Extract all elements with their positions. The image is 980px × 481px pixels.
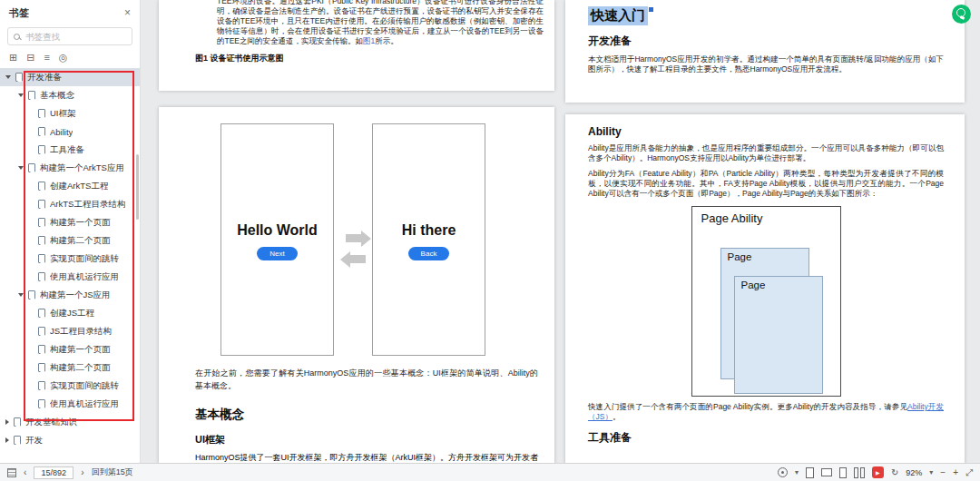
bookmark-label: 工具准备 [50,144,84,156]
sidebar-item-js-structure[interactable]: JS工程目录结构 [0,322,140,340]
eye-protection-caret-icon[interactable]: ▾ [795,469,799,476]
bookmark-label: 基本概念 [40,90,74,102]
zoom-caret-icon[interactable]: ▾ [929,469,933,476]
eye-protection-icon[interactable] [778,467,788,477]
bookmark-icon [38,345,45,354]
sidebar-item-tool-prep[interactable]: 工具准备 [0,141,140,159]
sidebar-item-dev[interactable]: 开发 [0,431,140,449]
sidebar-item-create-arkts[interactable]: 创建ArkTS工程 [0,177,140,195]
bookmark-tree: 开发准备 基本概念 UI框架 Ability 工具准备 构建第一个ArkTS应用… [0,68,140,449]
page-number-input[interactable] [34,466,74,479]
zoom-out-icon[interactable]: − [940,468,946,477]
delete-bookmark-icon[interactable]: ⊟ [26,52,34,64]
bookmark-label: 使用真机运行应用 [50,398,119,410]
fit-page-icon[interactable] [806,467,814,478]
sidebar-item-page-jump[interactable]: 实现页面间的跳转 [0,250,140,268]
sidebar-item-ui-framework[interactable]: UI框架 [0,104,140,123]
prev-page-icon[interactable]: ‹ [24,468,26,477]
bookmark-label: 构建第二个页面 [50,362,111,374]
sidebar-item-arkts-app[interactable]: 构建第一个ArkTS应用 [0,159,140,177]
figure-link[interactable]: 图1 [363,36,375,45]
bookmarks-panel: 书签 × ⊞ ⊟ ≡ ◎ 开发准备 基本概念 UI框架 Ability 工具准备… [0,0,141,463]
bookmark-label: 构建第一个JS应用 [40,290,111,301]
sidebar-item-first-page[interactable]: 构建第一个页面 [0,213,140,231]
sidebar-item-js-page-jump[interactable]: 实现页面间的跳转 [0,377,140,395]
caret-right-icon[interactable] [5,437,9,443]
next-page-icon[interactable]: › [81,468,83,477]
bookmark-label: 构建第一个ArkTS应用 [40,162,124,174]
back-button: Back [408,247,450,260]
back-to-page-button[interactable]: 回到第15页 [92,466,133,478]
sidebar-item-second-page[interactable]: 构建第二个页面 [0,231,140,250]
sidebar-scrollbar[interactable] [136,154,139,220]
bookmark-icon [38,109,45,118]
navigation-arrows [334,234,372,356]
bookmark-label: 实现页面间的跳转 [50,380,119,392]
body-text: 快速入门提供了一个含有两个页面的Page Ability实例。更多Ability… [588,402,907,411]
paragraph: 快速入门提供了一个含有两个页面的Page Ability实例。更多Ability… [588,402,944,422]
thumbnail-panel-icon[interactable] [7,468,16,477]
bookmark-label: Ability [50,127,73,137]
bookmark-search[interactable] [7,27,132,45]
sidebar-item-basic-concepts[interactable]: 基本概念 [0,86,140,104]
assistant-floating-button[interactable] [952,5,971,24]
section-heading: Ability [588,125,944,138]
bookmark-label: 构建第一个页面 [50,217,111,229]
diagram-page-box-2: Page [734,276,823,394]
bookmark-icon [38,399,45,408]
sidebar-item-dev-basics[interactable]: 开发基础知识 [0,413,140,431]
fullscreen-icon[interactable]: ⤢ [965,468,973,477]
sidebar-item-create-js[interactable]: 创建JS工程 [0,304,140,322]
selection-handle[interactable] [649,7,653,12]
bookmark-icon [38,363,45,372]
sidebar-item-dev-prep[interactable]: 开发准备 [0,68,140,86]
locate-bookmark-icon[interactable]: ◎ [59,52,68,64]
bookmark-icon [38,218,45,227]
caret-down-icon[interactable] [18,93,24,97]
diagram-page-label: Page [728,251,752,262]
sidebar-item-run-device[interactable]: 使用真机运行应用 [0,268,140,286]
sidebar-item-ability[interactable]: Ability [0,123,140,141]
expand-all-icon[interactable]: ≡ [44,52,49,64]
sidebar-item-js-run-device[interactable]: 使用真机运行应用 [0,395,140,413]
rotate-page-icon[interactable]: ↻ [891,468,898,477]
bookmark-label: ArkTS工程目录结构 [50,199,125,211]
zoom-level[interactable]: 92% [906,468,922,477]
caret-right-icon[interactable] [5,419,9,425]
sidebar-item-js-first-page[interactable]: 构建第一个页面 [0,340,140,358]
bookmark-label: 创建JS工程 [50,308,94,319]
page-16-right: Ability Ability是应用所具备能力的抽象，也是应用程序的重要组成部分… [565,114,965,463]
sidebar-item-arkts-structure[interactable]: ArkTS工程目录结构 [0,195,140,213]
arrow-left-icon [350,255,366,263]
bookmark-icon [38,254,45,263]
fit-width-icon[interactable] [821,468,832,476]
bookmark-label: 构建第一个页面 [50,344,111,356]
bookmark-label: 开发准备 [27,72,62,83]
section-heading: 工具准备 [588,430,944,446]
caret-down-icon[interactable] [18,293,24,297]
sidebar-item-js-app[interactable]: 构建第一个JS应用 [0,286,140,304]
bookmark-label: 创建ArkTS工程 [50,181,108,192]
read-mode-icon[interactable]: ▶ [872,466,884,478]
bookmark-icon [28,163,35,172]
sidebar-item-js-second-page[interactable]: 构建第二个页面 [0,358,140,377]
arrow-right-icon [346,234,361,242]
bookmark-icon [38,236,45,245]
add-bookmark-icon[interactable]: ⊞ [9,52,17,64]
close-icon[interactable]: × [124,7,131,18]
bookmark-icon [15,73,23,82]
zoom-in-icon[interactable]: + [953,468,958,477]
two-page-view-icon[interactable] [854,467,865,478]
page-16-left: Hello World Next Hi there Back 在开始之前，您需要… [159,107,554,463]
single-page-view-icon[interactable] [839,467,847,478]
caret-down-icon[interactable] [5,75,11,79]
bookmark-icon [38,309,45,318]
section-heading: 基本概念 [195,407,538,423]
diagram-page-label: Page [741,280,766,290]
paragraph: Ability是应用所具备能力的抽象，也是应用程序的重要组成部分。一个应用可以具… [588,143,944,163]
caret-down-icon[interactable] [18,166,24,170]
bookmark-label: 开发 [25,435,43,447]
bookmark-search-input[interactable] [25,32,126,42]
bookmark-icon [14,417,21,427]
bookmark-icon [14,436,21,445]
